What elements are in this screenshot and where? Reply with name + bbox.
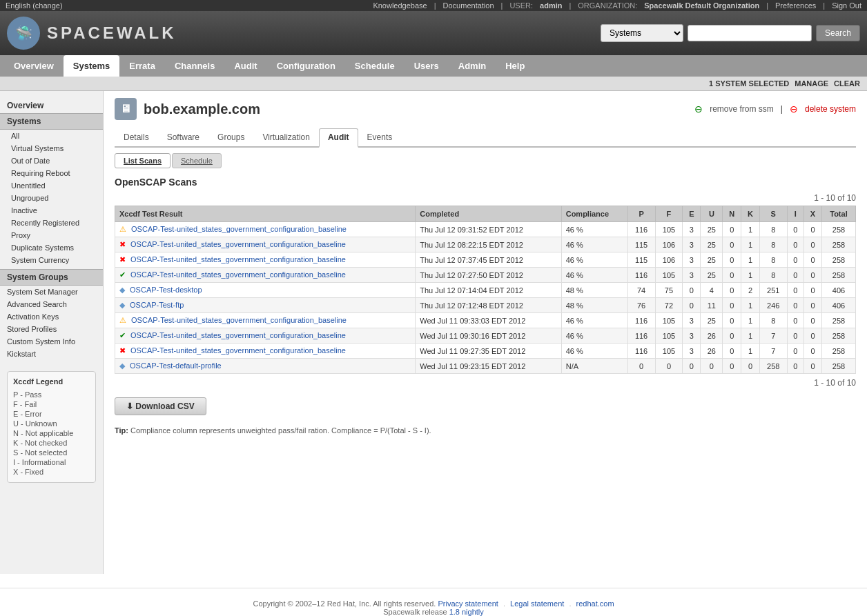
cell-i: 0 [787,268,803,283]
manage-link[interactable]: Manage [795,79,828,88]
sidebar-item-proxy[interactable]: Proxy [0,229,103,241]
col-f[interactable]: F [655,206,683,222]
result-link[interactable]: OSCAP-Test-united_states_government_conf… [131,316,347,324]
col-total[interactable]: Total [821,206,855,222]
nav-users[interactable]: Users [405,55,449,77]
legend-s: S - Not selected [13,448,90,457]
sidebar-item-inactive[interactable]: Inactive [0,204,103,217]
tab-events[interactable]: Events [358,128,402,146]
col-result[interactable]: Xccdf Test Result [115,206,416,222]
tab-details[interactable]: Details [115,128,158,146]
cell-p: 74 [627,283,655,298]
legal-link[interactable]: Legal statement [510,599,564,608]
col-e[interactable]: E [683,206,701,222]
search-input[interactable] [688,25,812,41]
col-p[interactable]: P [627,206,655,222]
nav-errata[interactable]: Errata [119,55,165,77]
search-area: Systems Packages Errata Documentation Se… [601,24,860,42]
sub-tab-schedule[interactable]: Schedule [172,153,222,168]
sidebar-item-actkeys[interactable]: Activation Keys [0,310,103,323]
result-link[interactable]: OSCAP-Test-default-profile [130,361,222,370]
change-language-link[interactable]: change [35,1,60,10]
cell-f: 106 [655,252,683,268]
cell-n: 0 [723,298,741,313]
sidebar-item-duplicate[interactable]: Duplicate Systems [0,241,103,254]
cell-k: 2 [741,283,760,298]
nav-overview[interactable]: Overview [4,55,64,77]
result-link[interactable]: OSCAP-Test-united_states_government_conf… [130,240,346,248]
sidebar-item-custominfo[interactable]: Custom System Info [0,335,103,348]
cell-total: 258 [821,359,855,374]
legend-n: N - Not applicable [13,428,90,438]
nav-help[interactable]: Help [496,55,534,77]
search-scope-select[interactable]: Systems Packages Errata Documentation [601,24,683,42]
version-link[interactable]: 1.8 nightly [449,608,484,616]
clear-link[interactable]: CLEAR [834,79,860,88]
cell-total: 258 [821,222,855,237]
nav-audit[interactable]: Audit [224,55,266,77]
sidebar-item-outofdate[interactable]: Out of Date [0,155,103,167]
result-link[interactable]: OSCAP-Test-united_states_government_conf… [130,346,346,355]
cell-u: 26 [701,328,723,344]
cell-completed: Thu Jul 12 07:14:04 EDT 2012 [416,283,561,298]
col-k[interactable]: K [741,206,760,222]
redhat-link[interactable]: redhat.com [576,599,614,608]
nav-channels[interactable]: Channels [165,55,225,77]
sidebar-item-ungrouped[interactable]: Ungrouped [0,192,103,204]
result-link[interactable]: OSCAP-Test-united_states_government_conf… [130,331,346,339]
sidebar-item-unentitled[interactable]: Unentitled [0,179,103,192]
col-n[interactable]: N [723,206,741,222]
cell-s: 7 [759,328,787,344]
sidebar-overview-header[interactable]: Overview [0,98,103,113]
knowledgebase-link[interactable]: Knowledgebase [373,1,427,10]
result-link[interactable]: OSCAP-Test-ftp [130,301,184,309]
nav-systems[interactable]: Systems [64,55,119,77]
tab-software[interactable]: Software [158,128,208,146]
col-compliance[interactable]: Compliance [561,206,627,222]
cell-i: 0 [787,313,803,328]
search-button[interactable]: Search [816,25,860,41]
cell-result: ✔ OSCAP-Test-united_states_government_co… [115,268,416,283]
nav-admin[interactable]: Admin [449,55,496,77]
signout-link[interactable]: Sign Out [832,1,861,10]
sidebar-item-reboot[interactable]: Requiring Reboot [0,167,103,179]
delete-system-link[interactable]: delete system [805,104,856,114]
tab-groups[interactable]: Groups [208,128,253,146]
sidebar-item-storedprofiles[interactable]: Stored Profiles [0,323,103,335]
result-link[interactable]: OSCAP-Test-united_states_government_conf… [130,255,346,264]
col-u[interactable]: U [701,206,723,222]
privacy-link[interactable]: Privacy statement [438,599,498,608]
preferences-link[interactable]: Preferences [775,1,816,10]
sidebar-item-virtual[interactable]: Virtual Systems [0,142,103,155]
result-link[interactable]: OSCAP-Test-united_states_government_conf… [130,270,346,279]
sidebar-item-recently[interactable]: Recently Registered [0,217,103,229]
result-link[interactable]: OSCAP-Test-desktop [130,286,202,294]
cell-completed: Thu Jul 12 08:22:15 EDT 2012 [416,237,561,252]
col-completed[interactable]: Completed [416,206,561,222]
cell-u: 4 [701,283,723,298]
sidebar-item-ssmgr[interactable]: System Set Manager [0,286,103,298]
cell-n: 0 [723,237,741,252]
sidebar-item-advsearch[interactable]: Advanced Search [0,298,103,310]
result-link[interactable]: OSCAP-Test-united_states_government_conf… [131,225,347,233]
language-selector[interactable]: English (change) [6,1,63,10]
col-i[interactable]: I [787,206,803,222]
cell-n: 0 [723,268,741,283]
download-csv-button[interactable]: ⬇ Download CSV [115,397,206,415]
nav-configuration[interactable]: Configuration [267,55,345,77]
tab-virtualization[interactable]: Virtualization [253,128,318,146]
nav-schedule[interactable]: Schedule [345,55,405,77]
cell-i: 0 [787,252,803,268]
sidebar-item-currency[interactable]: System Currency [0,254,103,266]
col-s[interactable]: S [759,206,787,222]
sidebar-item-kickstart[interactable]: Kickstart [0,348,103,360]
tab-audit[interactable]: Audit [319,128,358,148]
cell-compliance: 46 % [561,268,627,283]
sub-tab-listscans[interactable]: List Scans [115,153,171,168]
col-x[interactable]: X [804,206,822,222]
documentation-link[interactable]: Documentation [443,1,494,10]
sidebar-item-all[interactable]: All [0,130,103,142]
sidebar-sysgroups-header[interactable]: System Groups [0,269,103,286]
remove-from-ssm-link[interactable]: remove from ssm [710,104,774,114]
sidebar-systems-header[interactable]: Systems [0,113,103,130]
